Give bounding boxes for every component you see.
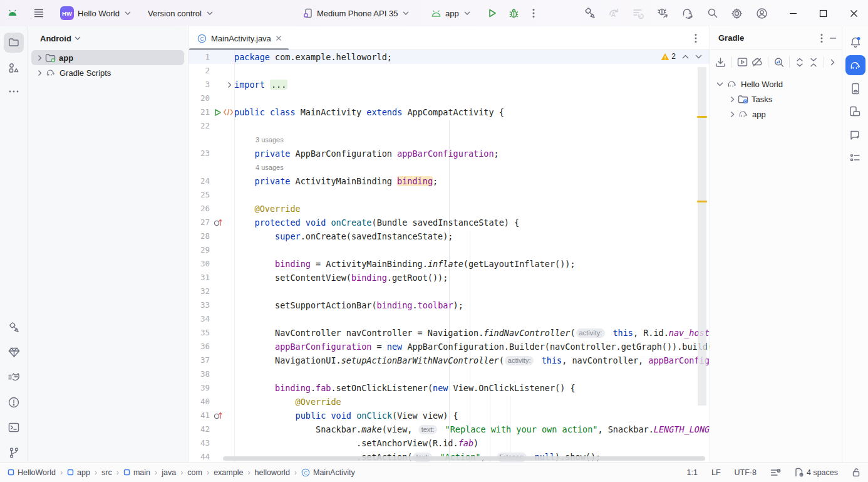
code-line[interactable]: 42 Snackbar.make(view, text: "Replace wi…: [189, 422, 710, 436]
gradle-sync-all-button[interactable]: [714, 54, 728, 70]
code-line[interactable]: 40 @Override: [189, 395, 710, 409]
more-tool-windows-button[interactable]: [4, 81, 24, 102]
code-editor[interactable]: 1package com.example.helloworld;23import…: [189, 50, 710, 462]
code-line[interactable]: 43 .setAnchorView(R.id.fab): [189, 436, 710, 450]
device-manager-button[interactable]: [845, 78, 865, 98]
code-line[interactable]: 1package com.example.helloworld;: [189, 50, 710, 64]
code-line[interactable]: 35 NavController navController = Navigat…: [189, 326, 710, 340]
project-tree-item-app[interactable]: app: [31, 50, 184, 65]
overriding-method-icon[interactable]: [214, 218, 223, 227]
gradle-tree-item-hello-world[interactable]: Hello World: [710, 76, 842, 92]
project-tree-item-gradle-scripts[interactable]: Gradle Scripts: [31, 65, 184, 80]
code-line[interactable]: 25: [189, 188, 710, 202]
code-line[interactable]: 36 appBarConfiguration = new AppBarConfi…: [189, 340, 710, 354]
code-line[interactable]: 31 setContentView(binding.getRoot());: [189, 271, 710, 285]
gutter[interactable]: [210, 64, 234, 78]
next-warning-icon[interactable]: [695, 55, 702, 59]
editor-vertical-scrollbar[interactable]: [698, 67, 706, 406]
gemini-button[interactable]: [845, 125, 865, 145]
gradle-tree-item-app[interactable]: app: [710, 107, 842, 122]
version-control-tool-window-button[interactable]: [4, 443, 24, 463]
run-button[interactable]: [483, 4, 501, 22]
settings-button[interactable]: [728, 4, 745, 22]
code-line[interactable]: 21public class MainActivity extends AppC…: [189, 105, 710, 119]
gutter[interactable]: [210, 50, 234, 64]
project-tool-window-button[interactable]: [4, 33, 24, 53]
gutter[interactable]: [210, 78, 234, 92]
gutter[interactable]: [210, 409, 234, 422]
usages-hint[interactable]: 3 usages: [234, 133, 284, 147]
gutter[interactable]: [210, 257, 234, 271]
inspection-widget[interactable]: 2: [661, 52, 702, 61]
code-line[interactable]: 33 setSupportActionBar(binding.toolbar);: [189, 298, 710, 312]
prev-warning-icon[interactable]: [682, 55, 689, 59]
code-line[interactable]: 29: [189, 243, 710, 257]
minimize-button[interactable]: [778, 0, 807, 26]
gradle-tool-window-button[interactable]: [845, 55, 865, 75]
code-line[interactable]: 2: [189, 64, 710, 78]
code-line[interactable]: 41 public void onClick(View view) {: [189, 409, 710, 422]
code-line[interactable]: 38: [189, 367, 710, 381]
code-line[interactable]: 30 binding = ActivityMainBinding.inflate…: [189, 257, 710, 271]
gradle-analyze-dependencies-button[interactable]: [772, 54, 785, 70]
code-line[interactable]: 39 binding.fab.setOnClickListener(new Vi…: [189, 381, 710, 395]
collapse-all-button[interactable]: [807, 54, 820, 70]
gradle-offline-mode-button[interactable]: [750, 54, 764, 70]
gutter[interactable]: [210, 92, 234, 105]
problems-button[interactable]: [4, 392, 24, 412]
toolbar-more-icon[interactable]: [827, 54, 838, 70]
close-tab-icon[interactable]: [276, 35, 282, 41]
gutter[interactable]: [210, 285, 234, 298]
resource-manager-button[interactable]: [4, 58, 24, 78]
hide-panel-icon[interactable]: [829, 34, 837, 42]
gutter[interactable]: [210, 340, 234, 354]
gutter[interactable]: [210, 381, 234, 395]
indent-status-icon[interactable]: [770, 468, 781, 477]
code-line[interactable]: 34: [189, 312, 710, 326]
code-line[interactable]: 26 @Override: [189, 202, 710, 216]
panel-options-icon[interactable]: [820, 33, 823, 43]
app-quality-insights-button[interactable]: [4, 342, 24, 362]
breadcrumb-item-src[interactable]: src: [101, 468, 112, 477]
breadcrumb-item-main[interactable]: main: [123, 468, 150, 477]
expand-all-button[interactable]: [793, 54, 806, 70]
close-window-button[interactable]: [839, 0, 868, 26]
vcs-widget[interactable]: Version control: [143, 4, 218, 23]
gutter[interactable]: [210, 298, 234, 312]
gutter[interactable]: [210, 436, 234, 450]
line-separator-widget[interactable]: LF: [711, 468, 721, 477]
gutter[interactable]: [210, 229, 234, 243]
usages-hint-line[interactable]: 3 usages: [189, 133, 710, 147]
gutter[interactable]: [210, 354, 234, 367]
project-view-selector[interactable]: Android: [28, 26, 188, 50]
overriding-method-icon[interactable]: [214, 411, 223, 420]
tab-options-button[interactable]: [688, 31, 703, 46]
attach-debugger-button[interactable]: [654, 4, 671, 22]
apply-changes-button[interactable]: [629, 4, 646, 22]
gutter[interactable]: [210, 216, 234, 229]
debug-button[interactable]: [505, 4, 522, 22]
device-selector[interactable]: Medium Phone API 35: [298, 4, 414, 23]
more-run-options-button[interactable]: [526, 4, 541, 22]
account-button[interactable]: [753, 4, 770, 22]
usages-hint[interactable]: 4 usages: [234, 160, 284, 174]
code-line[interactable]: 37 NavigationUI.setupActionBarWithNavCon…: [189, 354, 710, 367]
gutter[interactable]: [210, 243, 234, 257]
gutter[interactable]: [210, 367, 234, 381]
gutter[interactable]: [210, 326, 234, 340]
code-preview-icon[interactable]: [223, 108, 234, 116]
gutter[interactable]: [210, 105, 234, 119]
indent-widget[interactable]: 4 spaces: [795, 468, 838, 477]
gutter[interactable]: [210, 147, 234, 160]
breadcrumb-item-helloworld[interactable]: helloworld: [255, 468, 290, 477]
run-line-icon[interactable]: [214, 108, 222, 117]
gutter[interactable]: [210, 422, 234, 436]
gradle-run-task-button[interactable]: [735, 54, 749, 70]
code-line[interactable]: 20: [189, 92, 710, 105]
gutter[interactable]: [210, 395, 234, 409]
usages-hint-line[interactable]: 4 usages: [189, 160, 710, 174]
profile-app-button[interactable]: A: [605, 4, 623, 22]
breadcrumb-item-app[interactable]: app: [67, 468, 90, 477]
gutter[interactable]: [210, 188, 234, 202]
breadcrumb-item-java[interactable]: java: [162, 468, 176, 477]
